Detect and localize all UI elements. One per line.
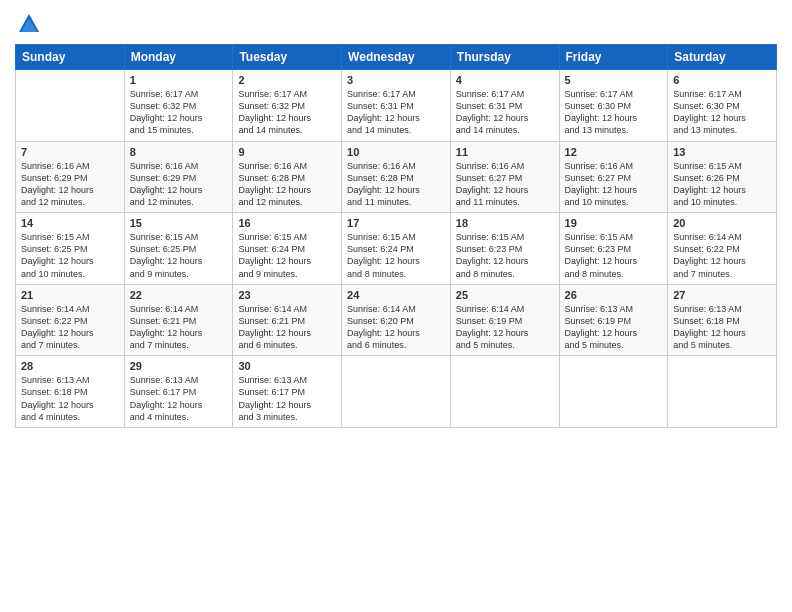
day-info: Sunrise: 6:17 AM Sunset: 6:31 PM Dayligh… <box>347 88 445 137</box>
col-header-saturday: Saturday <box>668 45 777 70</box>
day-number: 27 <box>673 289 771 301</box>
day-cell: 8Sunrise: 6:16 AM Sunset: 6:29 PM Daylig… <box>124 141 233 213</box>
day-number: 26 <box>565 289 663 301</box>
day-number: 2 <box>238 74 336 86</box>
day-number: 12 <box>565 146 663 158</box>
day-number: 13 <box>673 146 771 158</box>
week-row-0: 1Sunrise: 6:17 AM Sunset: 6:32 PM Daylig… <box>16 70 777 142</box>
day-cell: 7Sunrise: 6:16 AM Sunset: 6:29 PM Daylig… <box>16 141 125 213</box>
day-cell: 20Sunrise: 6:14 AM Sunset: 6:22 PM Dayli… <box>668 213 777 285</box>
day-cell: 26Sunrise: 6:13 AM Sunset: 6:19 PM Dayli… <box>559 284 668 356</box>
day-cell: 17Sunrise: 6:15 AM Sunset: 6:24 PM Dayli… <box>342 213 451 285</box>
day-cell: 1Sunrise: 6:17 AM Sunset: 6:32 PM Daylig… <box>124 70 233 142</box>
day-cell: 29Sunrise: 6:13 AM Sunset: 6:17 PM Dayli… <box>124 356 233 428</box>
day-number: 11 <box>456 146 554 158</box>
week-row-2: 14Sunrise: 6:15 AM Sunset: 6:25 PM Dayli… <box>16 213 777 285</box>
day-number: 21 <box>21 289 119 301</box>
day-cell: 18Sunrise: 6:15 AM Sunset: 6:23 PM Dayli… <box>450 213 559 285</box>
day-info: Sunrise: 6:13 AM Sunset: 6:17 PM Dayligh… <box>238 374 336 423</box>
day-number: 4 <box>456 74 554 86</box>
col-header-tuesday: Tuesday <box>233 45 342 70</box>
day-info: Sunrise: 6:15 AM Sunset: 6:25 PM Dayligh… <box>130 231 228 280</box>
day-info: Sunrise: 6:13 AM Sunset: 6:17 PM Dayligh… <box>130 374 228 423</box>
day-number: 15 <box>130 217 228 229</box>
day-info: Sunrise: 6:15 AM Sunset: 6:25 PM Dayligh… <box>21 231 119 280</box>
day-cell: 10Sunrise: 6:16 AM Sunset: 6:28 PM Dayli… <box>342 141 451 213</box>
col-header-monday: Monday <box>124 45 233 70</box>
day-number: 24 <box>347 289 445 301</box>
day-number: 18 <box>456 217 554 229</box>
day-number: 8 <box>130 146 228 158</box>
day-info: Sunrise: 6:13 AM Sunset: 6:19 PM Dayligh… <box>565 303 663 352</box>
day-cell: 14Sunrise: 6:15 AM Sunset: 6:25 PM Dayli… <box>16 213 125 285</box>
day-cell: 22Sunrise: 6:14 AM Sunset: 6:21 PM Dayli… <box>124 284 233 356</box>
day-info: Sunrise: 6:15 AM Sunset: 6:24 PM Dayligh… <box>347 231 445 280</box>
col-header-friday: Friday <box>559 45 668 70</box>
col-header-wednesday: Wednesday <box>342 45 451 70</box>
day-info: Sunrise: 6:15 AM Sunset: 6:23 PM Dayligh… <box>456 231 554 280</box>
day-info: Sunrise: 6:17 AM Sunset: 6:31 PM Dayligh… <box>456 88 554 137</box>
day-info: Sunrise: 6:17 AM Sunset: 6:30 PM Dayligh… <box>673 88 771 137</box>
day-cell <box>16 70 125 142</box>
col-header-thursday: Thursday <box>450 45 559 70</box>
day-cell: 27Sunrise: 6:13 AM Sunset: 6:18 PM Dayli… <box>668 284 777 356</box>
week-row-4: 28Sunrise: 6:13 AM Sunset: 6:18 PM Dayli… <box>16 356 777 428</box>
day-info: Sunrise: 6:14 AM Sunset: 6:21 PM Dayligh… <box>130 303 228 352</box>
header <box>15 10 777 38</box>
day-info: Sunrise: 6:15 AM Sunset: 6:23 PM Dayligh… <box>565 231 663 280</box>
day-number: 23 <box>238 289 336 301</box>
day-number: 28 <box>21 360 119 372</box>
day-info: Sunrise: 6:14 AM Sunset: 6:20 PM Dayligh… <box>347 303 445 352</box>
day-cell: 12Sunrise: 6:16 AM Sunset: 6:27 PM Dayli… <box>559 141 668 213</box>
day-number: 1 <box>130 74 228 86</box>
logo <box>15 10 47 38</box>
day-number: 7 <box>21 146 119 158</box>
day-info: Sunrise: 6:14 AM Sunset: 6:19 PM Dayligh… <box>456 303 554 352</box>
day-cell: 16Sunrise: 6:15 AM Sunset: 6:24 PM Dayli… <box>233 213 342 285</box>
day-cell <box>450 356 559 428</box>
day-number: 19 <box>565 217 663 229</box>
day-cell: 2Sunrise: 6:17 AM Sunset: 6:32 PM Daylig… <box>233 70 342 142</box>
calendar-header-row: SundayMondayTuesdayWednesdayThursdayFrid… <box>16 45 777 70</box>
calendar: SundayMondayTuesdayWednesdayThursdayFrid… <box>15 44 777 428</box>
day-info: Sunrise: 6:16 AM Sunset: 6:27 PM Dayligh… <box>565 160 663 209</box>
day-cell: 4Sunrise: 6:17 AM Sunset: 6:31 PM Daylig… <box>450 70 559 142</box>
day-cell: 9Sunrise: 6:16 AM Sunset: 6:28 PM Daylig… <box>233 141 342 213</box>
day-info: Sunrise: 6:13 AM Sunset: 6:18 PM Dayligh… <box>21 374 119 423</box>
day-number: 3 <box>347 74 445 86</box>
day-info: Sunrise: 6:15 AM Sunset: 6:26 PM Dayligh… <box>673 160 771 209</box>
day-number: 5 <box>565 74 663 86</box>
day-info: Sunrise: 6:13 AM Sunset: 6:18 PM Dayligh… <box>673 303 771 352</box>
col-header-sunday: Sunday <box>16 45 125 70</box>
day-number: 14 <box>21 217 119 229</box>
day-number: 20 <box>673 217 771 229</box>
day-number: 16 <box>238 217 336 229</box>
day-number: 6 <box>673 74 771 86</box>
day-cell: 25Sunrise: 6:14 AM Sunset: 6:19 PM Dayli… <box>450 284 559 356</box>
day-info: Sunrise: 6:16 AM Sunset: 6:29 PM Dayligh… <box>21 160 119 209</box>
day-info: Sunrise: 6:15 AM Sunset: 6:24 PM Dayligh… <box>238 231 336 280</box>
day-number: 22 <box>130 289 228 301</box>
day-cell: 19Sunrise: 6:15 AM Sunset: 6:23 PM Dayli… <box>559 213 668 285</box>
day-info: Sunrise: 6:17 AM Sunset: 6:30 PM Dayligh… <box>565 88 663 137</box>
day-cell: 23Sunrise: 6:14 AM Sunset: 6:21 PM Dayli… <box>233 284 342 356</box>
day-number: 29 <box>130 360 228 372</box>
day-info: Sunrise: 6:14 AM Sunset: 6:22 PM Dayligh… <box>673 231 771 280</box>
calendar-body: 1Sunrise: 6:17 AM Sunset: 6:32 PM Daylig… <box>16 70 777 428</box>
day-info: Sunrise: 6:16 AM Sunset: 6:28 PM Dayligh… <box>238 160 336 209</box>
day-cell <box>559 356 668 428</box>
day-cell <box>342 356 451 428</box>
logo-icon <box>15 10 43 38</box>
day-info: Sunrise: 6:16 AM Sunset: 6:28 PM Dayligh… <box>347 160 445 209</box>
day-cell: 6Sunrise: 6:17 AM Sunset: 6:30 PM Daylig… <box>668 70 777 142</box>
day-info: Sunrise: 6:16 AM Sunset: 6:27 PM Dayligh… <box>456 160 554 209</box>
day-cell: 3Sunrise: 6:17 AM Sunset: 6:31 PM Daylig… <box>342 70 451 142</box>
day-info: Sunrise: 6:17 AM Sunset: 6:32 PM Dayligh… <box>238 88 336 137</box>
day-info: Sunrise: 6:16 AM Sunset: 6:29 PM Dayligh… <box>130 160 228 209</box>
day-number: 17 <box>347 217 445 229</box>
day-cell: 21Sunrise: 6:14 AM Sunset: 6:22 PM Dayli… <box>16 284 125 356</box>
day-cell: 11Sunrise: 6:16 AM Sunset: 6:27 PM Dayli… <box>450 141 559 213</box>
day-number: 9 <box>238 146 336 158</box>
day-cell: 28Sunrise: 6:13 AM Sunset: 6:18 PM Dayli… <box>16 356 125 428</box>
day-info: Sunrise: 6:14 AM Sunset: 6:21 PM Dayligh… <box>238 303 336 352</box>
